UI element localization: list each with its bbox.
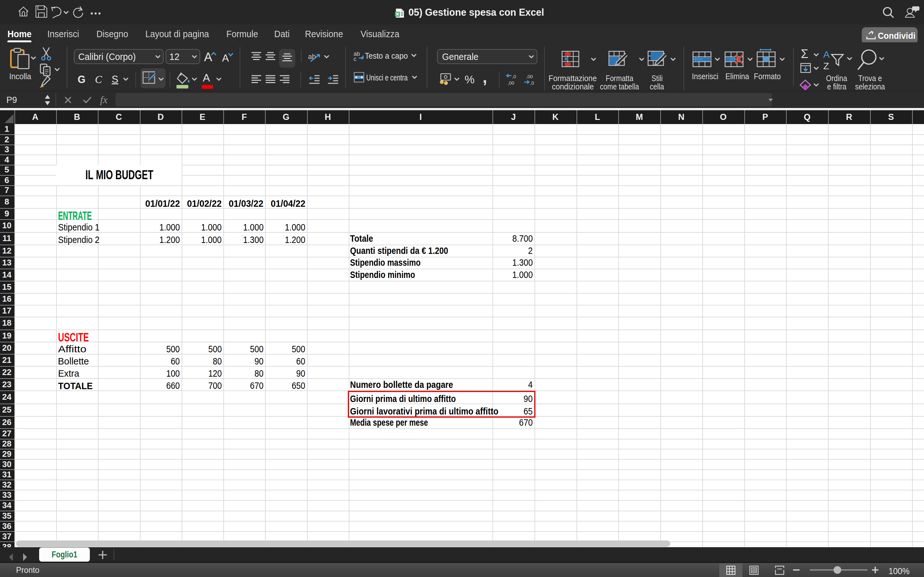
svg-text:,0: ,0 xyxy=(512,74,516,79)
svg-text:,00: ,00 xyxy=(526,74,533,79)
svg-text:,0: ,0 xyxy=(530,80,534,85)
svg-text:Z: Z xyxy=(823,61,829,71)
svg-text:ab: ab xyxy=(308,53,316,61)
svg-text:,00: ,00 xyxy=(507,80,514,85)
svg-text:A: A xyxy=(823,49,830,60)
svg-text:c: c xyxy=(354,56,357,62)
